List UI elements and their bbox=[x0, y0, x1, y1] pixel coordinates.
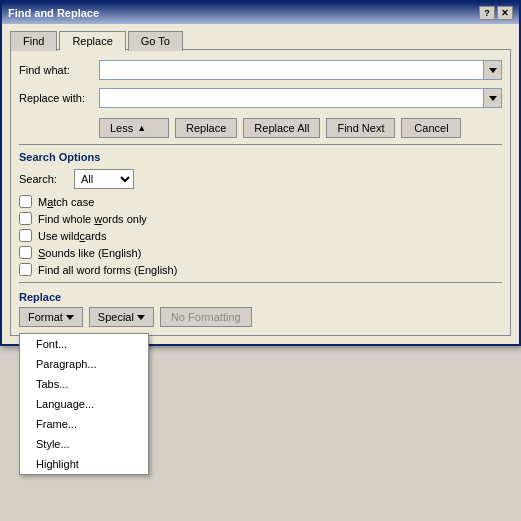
find-next-button[interactable]: Find Next bbox=[326, 118, 395, 138]
wildcards-label: Use wildcards bbox=[38, 230, 106, 242]
find-what-label: Find what: bbox=[19, 64, 99, 76]
find-what-input[interactable] bbox=[99, 60, 484, 80]
tab-find[interactable]: Find bbox=[10, 31, 57, 51]
dialog-body: Find Replace Go To Find what: bbox=[2, 24, 519, 344]
checkbox-wildcards: Use wildcards bbox=[19, 229, 502, 242]
replace-section-label: Replace bbox=[19, 291, 502, 303]
tab-content: Find what: Replace with: bbox=[10, 49, 511, 336]
format-menu-style[interactable]: Style... bbox=[20, 434, 148, 454]
format-menu-tabs[interactable]: Tabs... bbox=[20, 374, 148, 394]
format-arrow-icon bbox=[66, 315, 74, 320]
replace-button[interactable]: Replace bbox=[175, 118, 237, 138]
tab-bar: Find Replace Go To bbox=[10, 30, 511, 50]
less-button[interactable]: Less ▲ bbox=[99, 118, 169, 138]
find-what-arrow-icon bbox=[489, 68, 497, 73]
help-button[interactable]: ? bbox=[479, 6, 495, 20]
tab-goto[interactable]: Go To bbox=[128, 31, 183, 51]
less-arrow-icon: ▲ bbox=[137, 123, 146, 133]
dialog-title: Find and Replace bbox=[8, 7, 99, 19]
close-button[interactable]: ✕ bbox=[497, 6, 513, 20]
special-arrow-icon bbox=[137, 315, 145, 320]
search-label: Search: bbox=[19, 173, 74, 185]
checkbox-word-forms: Find all word forms (English) bbox=[19, 263, 502, 276]
checkbox-match-case: Match case bbox=[19, 195, 502, 208]
checkbox-whole-words: Find whole words only bbox=[19, 212, 502, 225]
replace-with-dropdown[interactable] bbox=[484, 88, 502, 108]
find-what-input-wrap bbox=[99, 60, 502, 80]
format-dropdown-container: Format Font... Paragraph... Tabs... bbox=[19, 307, 83, 327]
wildcards-checkbox[interactable] bbox=[19, 229, 32, 242]
find-what-dropdown[interactable] bbox=[484, 60, 502, 80]
title-bar: Find and Replace ? ✕ bbox=[2, 2, 519, 24]
find-replace-dialog: Find and Replace ? ✕ Find Replace Go To … bbox=[0, 0, 521, 346]
sounds-like-checkbox[interactable] bbox=[19, 246, 32, 259]
replace-all-button[interactable]: Replace All bbox=[243, 118, 320, 138]
search-options-label: Search Options bbox=[19, 151, 502, 163]
special-button[interactable]: Special bbox=[89, 307, 154, 327]
divider bbox=[19, 144, 502, 145]
replace-with-arrow-icon bbox=[489, 96, 497, 101]
whole-words-checkbox[interactable] bbox=[19, 212, 32, 225]
replace-with-label: Replace with: bbox=[19, 92, 99, 104]
search-select[interactable]: All Up Down bbox=[74, 169, 134, 189]
match-case-checkbox[interactable] bbox=[19, 195, 32, 208]
title-bar-buttons: ? ✕ bbox=[479, 6, 513, 20]
divider-2 bbox=[19, 282, 502, 283]
find-what-row: Find what: bbox=[19, 60, 502, 80]
search-row: Search: All Up Down bbox=[19, 169, 502, 189]
replace-with-input-wrap bbox=[99, 88, 502, 108]
format-menu-highlight[interactable]: Highlight bbox=[20, 454, 148, 474]
tab-replace[interactable]: Replace bbox=[59, 31, 125, 51]
action-buttons: Less ▲ Replace Replace All Find Next Can… bbox=[99, 118, 502, 138]
word-forms-label: Find all word forms (English) bbox=[38, 264, 177, 276]
no-formatting-button[interactable]: No Formatting bbox=[160, 307, 252, 327]
word-forms-checkbox[interactable] bbox=[19, 263, 32, 276]
sounds-like-label: Sounds like (English) bbox=[38, 247, 141, 259]
bottom-buttons-row: Format Font... Paragraph... Tabs... bbox=[19, 307, 502, 327]
cancel-button[interactable]: Cancel bbox=[401, 118, 461, 138]
search-dropdown-wrap: All Up Down bbox=[74, 169, 134, 189]
replace-with-row: Replace with: bbox=[19, 88, 502, 108]
format-menu-font[interactable]: Font... bbox=[20, 334, 148, 354]
format-menu-paragraph[interactable]: Paragraph... bbox=[20, 354, 148, 374]
match-case-label: Match case bbox=[38, 196, 94, 208]
format-dropdown-menu: Font... Paragraph... Tabs... Language... bbox=[19, 333, 149, 475]
replace-with-input[interactable] bbox=[99, 88, 484, 108]
format-menu-language[interactable]: Language... bbox=[20, 394, 148, 414]
format-menu-frame[interactable]: Frame... bbox=[20, 414, 148, 434]
format-button[interactable]: Format bbox=[19, 307, 83, 327]
whole-words-label: Find whole words only bbox=[38, 213, 147, 225]
checkbox-sounds-like: Sounds like (English) bbox=[19, 246, 502, 259]
